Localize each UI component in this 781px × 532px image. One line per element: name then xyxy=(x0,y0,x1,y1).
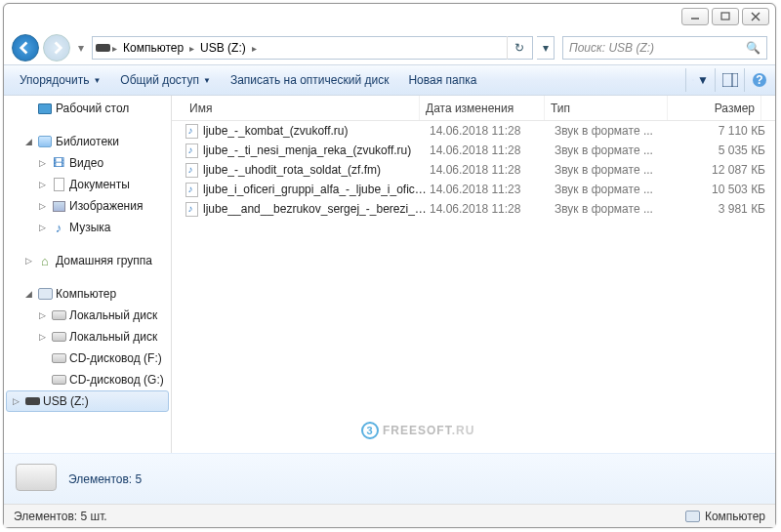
expand-icon[interactable]: ▷ xyxy=(37,158,48,169)
expand-icon[interactable]: ▷ xyxy=(11,396,21,407)
file-name: ljube_-_uhodit_rota_soldat_(zf.fm) xyxy=(203,163,430,177)
caption-bar xyxy=(4,4,775,31)
maximize-button[interactable] xyxy=(712,8,739,25)
sidebar-item-homegroup[interactable]: ▷⌂Домашняя группа xyxy=(4,250,171,271)
forward-button[interactable] xyxy=(43,34,70,61)
main-pane: Имя Дата изменения Тип Размер ljube_-_ko… xyxy=(172,96,775,453)
watermark: 3 FREESOFT.RU xyxy=(361,422,474,439)
sidebar-item-video[interactable]: ▷🎞Видео xyxy=(4,152,171,174)
column-headers: Имя Дата изменения Тип Размер xyxy=(172,96,775,121)
file-size: 3 981 КБ xyxy=(678,202,765,216)
file-type: Звук в формате ... xyxy=(555,183,678,196)
preview-pane-button[interactable] xyxy=(715,68,738,92)
audio-file-icon xyxy=(184,201,199,217)
nav-history-dropdown[interactable]: ▾ xyxy=(74,38,88,58)
col-size[interactable]: Размер xyxy=(668,96,761,120)
file-size: 12 087 КБ xyxy=(678,163,765,177)
new-folder-button[interactable]: Новая папка xyxy=(400,69,484,91)
file-name: ljube_-_kombat_(zvukoff.ru) xyxy=(203,124,430,138)
drive-icon xyxy=(95,40,110,56)
minimize-button[interactable] xyxy=(681,8,709,25)
file-date: 14.06.2018 11:23 xyxy=(430,183,555,196)
cd-icon xyxy=(51,372,66,388)
expand-icon[interactable]: ▷ xyxy=(23,256,34,266)
chevron-down-icon: ▼ xyxy=(93,76,101,85)
svg-rect-7 xyxy=(693,80,694,81)
explorer-window: ▾ ▸ Компьютер ▸ USB (Z:) ▸ ↻ ▾ Поиск: US… xyxy=(3,3,776,528)
sidebar-item-computer[interactable]: ◢Компьютер xyxy=(4,283,171,305)
sidebar-item-images[interactable]: ▷Изображения xyxy=(4,195,171,217)
expand-icon[interactable]: ▷ xyxy=(37,201,48,212)
file-type: Звук в формате ... xyxy=(555,124,678,138)
breadcrumb-dropdown[interactable]: ▾ xyxy=(537,36,555,60)
col-name[interactable]: Имя xyxy=(172,96,420,120)
refresh-icon[interactable]: ↻ xyxy=(507,36,530,60)
file-date: 14.06.2018 11:28 xyxy=(430,124,555,138)
chevron-right-icon[interactable]: ▸ xyxy=(187,43,196,54)
file-name: ljube__and__bezrukov_sergej_-_berezi_(zv… xyxy=(203,202,430,216)
view-options-button[interactable]: ▼ xyxy=(685,68,709,92)
sidebar-item-usb[interactable]: ▷USB (Z:) xyxy=(6,390,169,412)
file-size: 5 035 КБ xyxy=(678,143,765,157)
body: Рабочий стол ◢Библиотеки ▷🎞Видео ▷Докуме… xyxy=(4,96,775,453)
homegroup-icon: ⌂ xyxy=(37,253,53,268)
breadcrumb-computer[interactable]: Компьютер xyxy=(119,41,187,55)
libraries-icon xyxy=(37,134,53,149)
file-type: Звук в формате ... xyxy=(555,202,678,216)
file-row[interactable]: ljube__and__bezrukov_sergej_-_berezi_(zv… xyxy=(172,199,775,219)
search-placeholder: Поиск: USB (Z:) xyxy=(569,41,654,55)
drive-icon xyxy=(51,307,66,323)
sidebar-item-cd-g[interactable]: CD-дисковод (G:) xyxy=(4,369,171,390)
search-input[interactable]: Поиск: USB (Z:) 🔍 xyxy=(562,36,767,60)
sidebar-item-documents[interactable]: ▷Документы xyxy=(4,174,171,195)
collapse-icon[interactable]: ◢ xyxy=(23,137,34,147)
document-icon xyxy=(51,177,66,192)
organize-button[interactable]: Упорядочить▼ xyxy=(12,69,108,91)
file-size: 10 503 КБ xyxy=(678,183,765,196)
expand-icon[interactable]: ▷ xyxy=(37,180,48,190)
file-row[interactable]: ljube_-_kombat_(zvukoff.ru)14.06.2018 11… xyxy=(172,121,775,141)
sidebar-item-desktop[interactable]: Рабочий стол xyxy=(4,98,171,119)
collapse-icon[interactable]: ◢ xyxy=(23,289,34,300)
expand-icon[interactable]: ▷ xyxy=(37,332,48,343)
details-text: Элементов: 5 xyxy=(68,472,142,486)
desktop-icon xyxy=(37,101,53,116)
cd-icon xyxy=(51,350,66,366)
back-button[interactable] xyxy=(12,34,39,61)
file-name: ljube_i_oficeri_gruppi_alfa_-_ljube_i_of… xyxy=(203,183,430,196)
sidebar-item-cd-f[interactable]: CD-дисковод (F:) xyxy=(4,348,171,369)
details-pane: Элементов: 5 xyxy=(4,453,775,504)
watermark-badge: 3 xyxy=(361,422,379,439)
image-icon xyxy=(51,198,66,214)
sidebar-item-localdisk[interactable]: ▷Локальный диск xyxy=(4,305,171,326)
file-row[interactable]: ljube_-_uhodit_rota_soldat_(zf.fm)14.06.… xyxy=(172,160,775,180)
chevron-right-icon[interactable]: ▸ xyxy=(250,43,259,54)
help-button[interactable]: ? xyxy=(744,68,767,92)
svg-rect-4 xyxy=(692,79,693,80)
search-icon: 🔍 xyxy=(746,41,760,55)
sidebar-item-localdisk[interactable]: ▷Локальный диск xyxy=(4,326,171,348)
close-button[interactable] xyxy=(742,8,769,25)
computer-icon xyxy=(37,286,53,302)
file-row[interactable]: ljube_i_oficeri_gruppi_alfa_-_ljube_i_of… xyxy=(172,180,775,199)
svg-rect-1 xyxy=(721,13,729,20)
share-button[interactable]: Общий доступ▼ xyxy=(112,69,219,91)
file-row[interactable]: ljube_-_ti_nesi_menja_reka_(zvukoff.ru)1… xyxy=(172,141,775,160)
sidebar: Рабочий стол ◢Библиотеки ▷🎞Видео ▷Докуме… xyxy=(4,96,172,453)
sidebar-item-music[interactable]: ▷♪Музыка xyxy=(4,217,171,238)
breadcrumb[interactable]: ▸ Компьютер ▸ USB (Z:) ▸ ↻ xyxy=(92,36,533,60)
file-list[interactable]: ljube_-_kombat_(zvukoff.ru)14.06.2018 11… xyxy=(172,121,775,453)
expand-icon[interactable]: ▷ xyxy=(37,310,48,321)
sidebar-item-libraries[interactable]: ◢Библиотеки xyxy=(4,131,171,152)
breadcrumb-usb[interactable]: USB (Z:) xyxy=(196,41,250,55)
expand-icon[interactable]: ▷ xyxy=(37,223,48,233)
col-date[interactable]: Дата изменения xyxy=(420,96,545,120)
video-icon: 🎞 xyxy=(51,155,66,171)
file-date: 14.06.2018 11:28 xyxy=(430,202,555,216)
file-size: 7 110 КБ xyxy=(678,124,765,138)
burn-button[interactable]: Записать на оптический диск xyxy=(223,69,397,91)
toolbar: Упорядочить▼ Общий доступ▼ Записать на о… xyxy=(4,64,775,96)
chevron-right-icon[interactable]: ▸ xyxy=(110,43,119,54)
drive-icon xyxy=(51,329,66,345)
col-type[interactable]: Тип xyxy=(545,96,668,120)
